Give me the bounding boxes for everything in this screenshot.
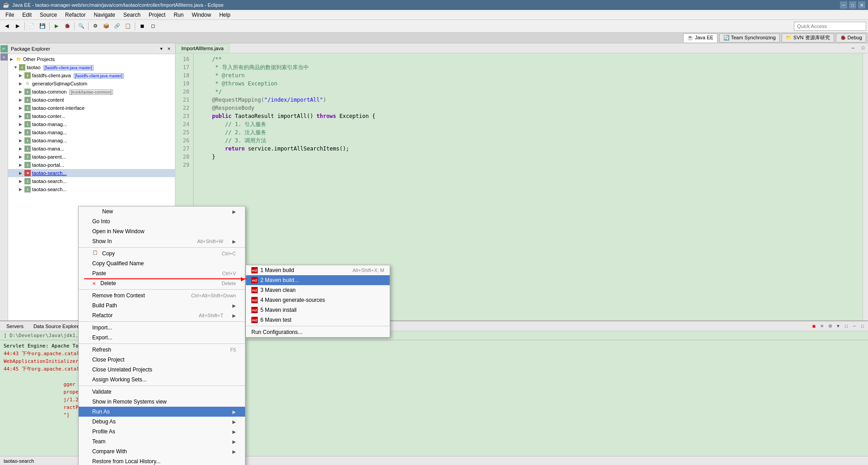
- tree-item-other-projects[interactable]: ▶ 📁 Other Projects: [8, 55, 175, 63]
- ctx-compare-with[interactable]: Compare With ▶: [79, 446, 245, 456]
- toolbar-back[interactable]: ◀: [2, 21, 12, 31]
- ctx-copy[interactable]: 📋Copy Ctrl+C: [79, 249, 245, 258]
- ctx-team[interactable]: Team ▶: [79, 437, 245, 446]
- toolbar-more3[interactable]: 🔗: [112, 21, 122, 31]
- menu-file[interactable]: File: [2, 10, 18, 20]
- editor-maximize[interactable]: □: [858, 43, 868, 53]
- ctx-team-arrow: ▶: [232, 439, 236, 444]
- ctx-restore-local[interactable]: Restore from Local History...: [79, 456, 245, 465]
- ctx-export[interactable]: Export...: [79, 333, 245, 343]
- menu-navigate[interactable]: Navigate: [90, 10, 118, 20]
- menu-project[interactable]: Project: [145, 10, 169, 20]
- tree-item-manag1[interactable]: ▶ t taotao-manag...: [8, 120, 175, 128]
- maximize-button[interactable]: □: [849, 1, 856, 9]
- menu-search[interactable]: Search: [120, 10, 144, 20]
- toolbar-extra2[interactable]: ◻: [148, 21, 158, 31]
- pe-collapse[interactable]: ▼: [158, 46, 165, 52]
- tree-item-manag3[interactable]: ▶ t taotao-manag...: [8, 136, 175, 145]
- menu-source[interactable]: Source: [36, 10, 61, 20]
- editor-tab-import-all-items[interactable]: ImportAllItems.java: [175, 44, 230, 53]
- perspective-debug[interactable]: 🐞 Debug: [836, 33, 866, 42]
- menu-refactor[interactable]: Refactor: [61, 10, 89, 20]
- sub-maven-test[interactable]: m2 6 Maven test: [246, 315, 390, 325]
- tree-item-portal[interactable]: ▶ t taotao-portal...: [8, 161, 175, 169]
- perspective-java-ee[interactable]: ☕ Java EE: [683, 33, 717, 42]
- ctx-delete[interactable]: ✕Delete Delete: [79, 278, 245, 288]
- tree-item-mana4[interactable]: ▶ t taotao-mana...: [8, 145, 175, 153]
- ctx-open-new-window[interactable]: Open in New Window: [79, 226, 245, 236]
- tab-servers[interactable]: Servers: [2, 322, 28, 331]
- ctx-remove-context[interactable]: Remove from Context Ctrl+Alt+Shift+Down: [79, 291, 245, 301]
- quick-access-input[interactable]: [794, 22, 866, 31]
- minimize-button[interactable]: ─: [840, 1, 847, 9]
- toolbar-extra1[interactable]: ◼: [137, 21, 147, 31]
- ctx-show-remote[interactable]: Show in Remote Systems view: [79, 397, 245, 407]
- sub-maven-install[interactable]: m2 5 Maven install: [246, 305, 390, 315]
- ctx-go-into[interactable]: Go Into: [79, 216, 245, 226]
- tree-item-taotao[interactable]: ▼ t taotao [fastdfs-client-java master]: [8, 63, 175, 71]
- console-stop[interactable]: ■: [810, 323, 817, 330]
- submenu-runas: m2 1 Maven build Alt+Shift+X, M m2 2 Mav…: [245, 265, 390, 338]
- perspective-team-sync[interactable]: 🔄 Team Synchronizing: [719, 33, 780, 42]
- tree-item-conter[interactable]: ▶ t taotao-conter...: [8, 112, 175, 120]
- title-bar-controls[interactable]: ─ □ ✕: [840, 1, 865, 9]
- ctx-profile-as[interactable]: Profile As ▶: [79, 427, 245, 437]
- tab-datasource[interactable]: Data Source Explorer: [29, 322, 85, 331]
- tree-item-manag2[interactable]: ▶ t taotao-manag...: [8, 128, 175, 136]
- close-button[interactable]: ✕: [858, 1, 865, 9]
- ctx-validate[interactable]: Validate: [79, 387, 245, 397]
- ctx-import[interactable]: Import...: [79, 323, 245, 333]
- console-btn-4[interactable]: ▼: [835, 323, 842, 330]
- pe-close[interactable]: ✕: [166, 46, 172, 52]
- ctx-refresh[interactable]: Refresh F5: [79, 345, 245, 355]
- ctx-new[interactable]: New ▶: [79, 207, 245, 216]
- toolbar-forward[interactable]: ▶: [13, 21, 23, 31]
- editor-minimize[interactable]: ─: [848, 43, 858, 53]
- tree-item-parent[interactable]: ▶ t taotao-parent...: [8, 153, 175, 161]
- ctx-paste[interactable]: Paste Ctrl+V: [79, 268, 245, 278]
- menu-run[interactable]: Run: [170, 10, 187, 20]
- tree-item-content[interactable]: ▶ t taotao-content: [8, 96, 175, 104]
- ctx-debug-as[interactable]: Debug As ▶: [79, 417, 245, 427]
- menu-window[interactable]: Window: [188, 10, 215, 20]
- console-btn-3[interactable]: ⚙: [826, 323, 834, 330]
- tree-item-content-interface[interactable]: ▶ t taotao-content-interface: [8, 104, 175, 112]
- console-btn-5[interactable]: □: [843, 323, 850, 330]
- sidebar-toggle-2[interactable]: S: [0, 53, 8, 61]
- menu-edit[interactable]: Edit: [19, 10, 35, 20]
- sub-maven-build-1[interactable]: m2 1 Maven build Alt+Shift+X, M: [246, 265, 390, 275]
- ctx-build-path[interactable]: Build Path ▶: [79, 301, 245, 310]
- console-minimize[interactable]: ─: [851, 323, 858, 330]
- sub-maven-clean[interactable]: m2 3 Maven clean: [246, 285, 390, 295]
- toolbar-more1[interactable]: ⚙: [90, 21, 100, 31]
- toolbar-run[interactable]: ▶: [52, 21, 61, 31]
- tree-item-common[interactable]: ▶ t taotao-common [trunk/taotao-common]: [8, 88, 175, 96]
- sub-maven-build-2[interactable]: m2 2 Maven build...: [246, 275, 390, 285]
- ctx-assign-working-sets[interactable]: Assign Working Sets...: [79, 375, 245, 385]
- ctx-run-as[interactable]: Run As ▶: [79, 407, 245, 417]
- tree-item-search1[interactable]: ▶ ✕ taotao-search...: [8, 169, 175, 177]
- sidebar-toggle-1[interactable]: P: [0, 45, 8, 52]
- tree-item-generator[interactable]: ▶ ⚙ generatorSqlmapCustom: [8, 80, 175, 88]
- perspective-svn[interactable]: 📁 SVN 资源库研究: [782, 33, 834, 42]
- tree-item-fastdfs[interactable]: ▶ f fastdfs-client-java [fastdfs-client-…: [8, 71, 175, 80]
- toolbar-save[interactable]: 💾: [38, 21, 47, 31]
- sub-maven-generate[interactable]: m2 4 Maven generate-sources: [246, 295, 390, 305]
- title-bar-left: ☕ Java EE - taotao-manager-web/src/main/…: [3, 2, 224, 8]
- ctx-copy-qualified[interactable]: Copy Qualified Name: [79, 258, 245, 268]
- tree-item-search2[interactable]: ▶ t taotao-search...: [8, 177, 175, 185]
- console-maximize[interactable]: □: [859, 323, 866, 330]
- ctx-refactor[interactable]: Refactor Alt+Shift+T▶: [79, 310, 245, 320]
- ctx-close-project[interactable]: Close Project: [79, 355, 245, 365]
- ctx-close-unrelated[interactable]: Close Unrelated Projects: [79, 365, 245, 375]
- toolbar-more2[interactable]: 📦: [101, 21, 111, 31]
- toolbar-new[interactable]: 📄: [27, 21, 37, 31]
- tree-item-search3[interactable]: ▶ t taotao-search...: [8, 185, 175, 193]
- toolbar-search[interactable]: 🔍: [76, 21, 86, 31]
- toolbar-debug[interactable]: 🐞: [62, 21, 72, 31]
- console-btn-2[interactable]: ✕: [818, 323, 826, 330]
- toolbar-more4[interactable]: 📋: [123, 21, 133, 31]
- menu-help[interactable]: Help: [216, 10, 234, 20]
- sub-run-configurations[interactable]: Run Configurations...: [246, 327, 390, 337]
- ctx-show-in[interactable]: Show In Alt+Shift+W▶: [79, 236, 245, 246]
